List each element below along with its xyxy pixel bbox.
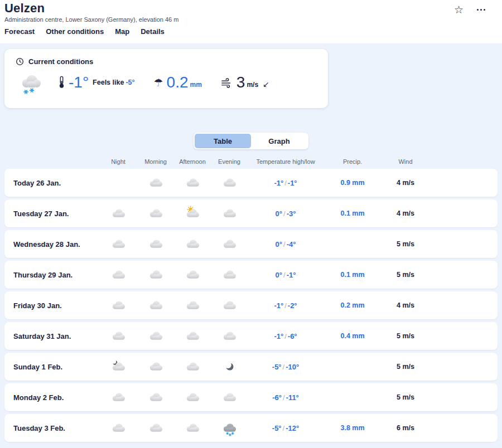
forecast-main: Current conditions -1° Feels like-5° ☂ 0…: [0, 43, 502, 448]
view-toggle-table[interactable]: Table: [195, 134, 251, 148]
cloudy-icon: [137, 205, 174, 222]
day-label: Sunday 1 Feb.: [4, 363, 99, 371]
day-label: Wednesday 28 Jan.: [4, 240, 99, 249]
cloudy-icon: [99, 328, 137, 344]
forecast-row[interactable]: Thursday 29 Jan.0°/-1°0.1 mm5 m/s: [4, 261, 498, 289]
view-toggle: TableGraph: [194, 133, 308, 149]
cloudy-icon: [211, 266, 248, 283]
snow-icon: [211, 420, 248, 436]
forecast-row[interactable]: Wednesday 28 Jan.0°/-4°5 m/s: [4, 230, 498, 258]
thermometer-icon: [58, 76, 65, 89]
wind-value: 5 m/s: [382, 393, 429, 401]
temp-high: -1°: [274, 301, 283, 310]
favorite-star-icon[interactable]: ☆: [454, 4, 464, 15]
cloudy-icon: [211, 328, 248, 344]
temperature-high-low: -5°/-10°: [248, 363, 324, 371]
cloudy-icon: [174, 236, 211, 252]
temp-low: -3°: [287, 210, 296, 218]
tab-other-conditions[interactable]: Other conditions: [46, 27, 104, 36]
cloudy-icon: [211, 236, 248, 252]
cloudy-icon: [137, 420, 174, 436]
cloudy-icon: [174, 358, 211, 375]
feels-like: Feels like-5°: [93, 79, 134, 86]
umbrella-icon: ☂: [154, 77, 163, 88]
temperature-high-low: -1°/-1°: [248, 179, 324, 187]
precip-value: 0.4 mm: [324, 332, 382, 340]
precip-value: 3.8 mm: [324, 424, 382, 432]
wind-value: 5 m/s: [382, 332, 429, 340]
tab-map[interactable]: Map: [115, 27, 129, 36]
temp-high: -1°: [274, 332, 283, 340]
tab-details[interactable]: Details: [141, 27, 165, 36]
cloudy-icon: [211, 389, 248, 406]
forecast-row[interactable]: Saturday 31 Jan.-1°/-6°0.4 mm5 m/s: [4, 322, 498, 350]
day-label: Monday 2 Feb.: [4, 393, 99, 402]
cloudy-icon: [211, 205, 248, 222]
temperature-high-low: 0°/-1°: [248, 271, 324, 279]
cloudy-icon: [211, 174, 248, 191]
forecast-row[interactable]: Tuesday 3 Feb.-5°/-12°3.8 mm6 m/s: [4, 414, 498, 442]
forecast-row[interactable]: Monday 2 Feb.-6°/-11°5 m/s: [4, 383, 498, 411]
temp-slash: /: [282, 240, 287, 249]
cloudy-icon: [211, 297, 248, 314]
temperature-high-low: 0°/-4°: [248, 240, 324, 249]
wind-value: 4 m/s: [382, 179, 429, 187]
column-header-wind: Wind: [382, 158, 429, 165]
temp-high: -5°: [272, 363, 282, 371]
cloudy-icon: [174, 266, 211, 283]
temp-slash: /: [283, 301, 288, 310]
temp-slash: /: [282, 393, 286, 402]
cloudy-icon: [137, 297, 174, 314]
wind-icon: [221, 77, 233, 88]
table-column-headers: NightMorningAfternoonEveningTemperature …: [4, 158, 498, 165]
temp-high: -5°: [272, 424, 282, 432]
forecast-row[interactable]: Sunday 1 Feb.-5°/-10°5 m/s: [4, 353, 498, 381]
wind-value: 6 m/s: [382, 424, 429, 432]
tab-forecast[interactable]: Forecast: [4, 27, 35, 36]
wind-value: 5 m/s: [382, 271, 429, 279]
cloudy-icon: [137, 236, 174, 252]
weather-app: Uelzen Administration centre, Lower Saxo…: [0, 0, 502, 448]
temp-low: -6°: [288, 332, 297, 340]
temp-low: -2°: [288, 301, 297, 310]
feels-like-label: Feels like: [93, 79, 124, 86]
column-header-temperature-high-low: Temperature high/low: [248, 158, 324, 165]
forecast-row[interactable]: Today 26 Jan.-1°/-1°0.9 mm4 m/s: [4, 169, 498, 197]
location-subtitle: Administration centre, Lower Saxony (Ger…: [4, 16, 178, 23]
cloudy-icon: [137, 174, 174, 191]
precip-value: 0.1 mm: [324, 210, 382, 217]
temp-high: 0°: [276, 240, 282, 249]
cloudy-icon: [137, 358, 174, 375]
precip-value: 0.9 mm: [324, 179, 382, 187]
cloudy-icon: [99, 266, 137, 283]
view-toggle-graph[interactable]: Graph: [251, 134, 307, 148]
cloudy-icon: [99, 420, 137, 436]
temperature-high-low: 0°/-3°: [248, 210, 324, 218]
cloudy-icon: [174, 328, 211, 344]
temp-slash: /: [283, 179, 288, 187]
cloudy-icon: [174, 420, 211, 436]
temp-slash: /: [283, 332, 288, 340]
cloudy-icon: [137, 266, 174, 283]
current-wind-speed: 3: [236, 74, 245, 91]
location-heading: Uelzen Administration centre, Lower Saxo…: [4, 1, 178, 23]
precip-value: 0.1 mm: [324, 271, 382, 279]
day-label: Friday 30 Jan.: [4, 301, 99, 310]
wind-value: 5 m/s: [382, 240, 429, 248]
day-label: Tuesday 3 Feb.: [4, 424, 99, 432]
temp-low: -10°: [286, 363, 299, 371]
current-conditions-title: Current conditions: [28, 57, 93, 66]
wind-value: 4 m/s: [382, 210, 429, 217]
day-label: Saturday 31 Jan.: [4, 332, 99, 340]
more-options-icon[interactable]: [477, 7, 485, 13]
forecast-row[interactable]: Tuesday 27 Jan.0°/-3°0.1 mm4 m/s: [4, 199, 498, 227]
forecast-row[interactable]: Friday 30 Jan.-1°/-2°0.2 mm4 m/s: [4, 291, 498, 319]
cloudy-icon: [99, 236, 137, 252]
current-precipitation: 0.2: [167, 74, 189, 91]
cloudy-icon: [174, 389, 211, 406]
column-header-afternoon: Afternoon: [174, 158, 211, 165]
page-title: Uelzen: [4, 1, 178, 16]
temp-slash: /: [282, 210, 287, 218]
forecast-rows: Today 26 Jan.-1°/-1°0.9 mm4 m/sTuesday 2…: [4, 169, 498, 442]
header-actions: ☆: [454, 1, 493, 15]
